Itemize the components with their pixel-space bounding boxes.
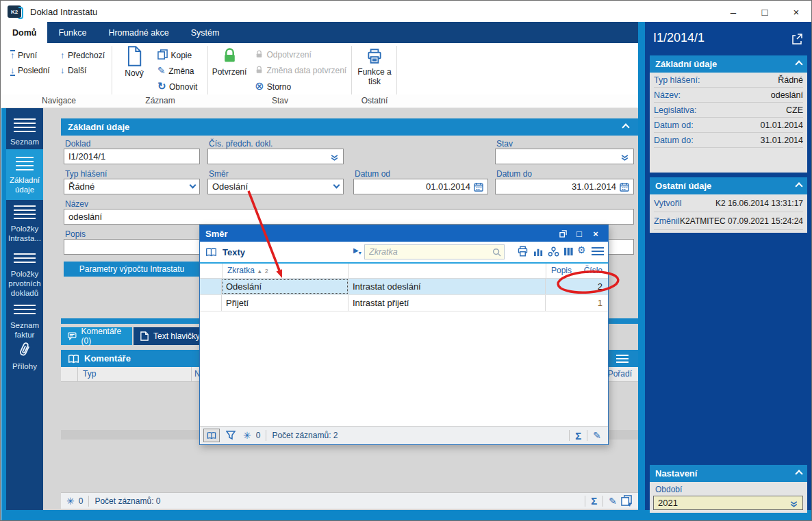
sum-icon[interactable]: Σ <box>575 430 581 442</box>
popup-table-header: Zkratka ▲ 2 Popis Číslo <box>200 264 608 279</box>
tab-system[interactable]: Systém <box>180 22 231 43</box>
intrastat-params-button[interactable]: Parametry výpočtu Intrastatu <box>64 262 200 277</box>
info-row: VytvořilK2 16.06.2014 13:31:17 <box>654 194 803 212</box>
menu-icon[interactable] <box>592 247 604 256</box>
filter-icon[interactable] <box>226 431 236 440</box>
previous-button[interactable]: ↑ Předchozí <box>60 49 105 61</box>
maximize-button[interactable]: □ <box>749 1 781 22</box>
minimize-icon: – <box>731 6 736 18</box>
record-title: I1/2014/1 <box>653 31 705 45</box>
title-bar[interactable]: K2 Doklad Intrastatu – □ × <box>1 1 812 22</box>
sidebar-item-polozky-intrastatu[interactable]: Položky Intrasta... <box>6 200 43 249</box>
confirm-button[interactable]: Potvrzení <box>210 47 249 77</box>
sidebar-item-zakladni-udaje[interactable]: Základní údaje <box>6 149 43 200</box>
calendar-icon[interactable] <box>620 182 629 192</box>
menu-icon[interactable] <box>616 355 629 363</box>
table-row[interactable]: Odeslání Intrastat odeslání 2 <box>200 279 608 295</box>
basic-section-body: Typ hlášení:Řádné Název:odeslání Legisla… <box>650 73 807 173</box>
col-typ[interactable]: Typ <box>83 369 96 379</box>
col-poradi[interactable]: Pořadí <box>608 369 632 379</box>
sidebar-item-prilohy[interactable]: Přílohy <box>6 338 43 376</box>
k2-logo-icon: K2 <box>8 5 21 18</box>
edit-icon[interactable]: ✎ <box>593 430 601 441</box>
copy-add-icon[interactable] <box>621 495 633 507</box>
view-name[interactable]: Texty <box>223 247 245 257</box>
datum-do-label: Datum do <box>496 169 532 179</box>
table-row[interactable]: Přijetí Intrastat přijetí 1 <box>200 295 608 312</box>
chevron-down-icon[interactable] <box>334 186 339 188</box>
last-icon: ↓ <box>10 66 15 76</box>
list-icon <box>14 253 36 264</box>
lookup-chevrons-icon[interactable] <box>789 499 798 507</box>
form-header: Základní údaje <box>61 118 638 136</box>
columns-icon[interactable] <box>563 246 574 257</box>
search-input[interactable] <box>368 246 492 257</box>
last-button[interactable]: ↓ Poslední <box>10 64 50 76</box>
popup-title-bar[interactable]: Směr □ × <box>200 225 608 242</box>
other-section-body: VytvořilK2 16.06.2014 13:31:17 ZměnilK2A… <box>650 194 807 233</box>
minimize-button[interactable]: – <box>718 1 749 22</box>
book-view-button[interactable] <box>203 429 220 442</box>
chevron-down-icon[interactable] <box>190 186 195 188</box>
cis-predch-field[interactable] <box>207 149 344 164</box>
sidebar-item-polozky-prvotnich-dokladu[interactable]: Položky prvotních dokladů <box>6 249 43 300</box>
group-zaznam: Záznam <box>126 96 194 105</box>
doklad-label: Doklad <box>65 139 90 149</box>
tab-domu[interactable]: Domů <box>1 22 47 43</box>
cancel-button[interactable]: ⊗ Storno <box>255 79 291 92</box>
search-icon[interactable] <box>492 248 501 257</box>
panel-splitter[interactable] <box>638 22 645 510</box>
first-button[interactable]: ↑ První <box>10 49 37 61</box>
document-icon <box>140 331 149 341</box>
close-button[interactable]: × <box>781 1 812 22</box>
frozen-rows-icon[interactable]: ✳ <box>66 496 75 507</box>
workflow-icon[interactable] <box>548 246 559 257</box>
collapse-section-icon[interactable] <box>795 60 802 68</box>
lookup-chevrons-icon[interactable] <box>330 153 339 161</box>
play-icon[interactable]: ▶▾ <box>353 246 361 256</box>
collapse-section-icon[interactable] <box>622 123 629 131</box>
datum-od-field[interactable]: 01.01.2014 <box>353 179 488 194</box>
frozen-count: 0 <box>256 431 261 440</box>
info-row: Legislativa:CZE <box>654 103 803 118</box>
popis-label: Popis <box>65 229 86 239</box>
popup-close-button[interactable]: × <box>589 227 602 240</box>
sum-icon[interactable]: Σ <box>591 495 597 507</box>
change-button[interactable]: ✎ Změna <box>157 64 194 77</box>
functions-print-button[interactable]: Funkce a tisk <box>355 47 394 86</box>
gear-icon[interactable]: ⚙ <box>577 244 586 255</box>
col-zkratka[interactable]: Zkratka ▲ 2 <box>227 266 268 275</box>
chart-icon[interactable] <box>533 246 544 257</box>
group-navigace: Navigace <box>25 96 93 105</box>
storno-icon: ⊗ <box>255 80 264 92</box>
lock-icon <box>221 47 238 65</box>
edit-icon[interactable]: ✎ <box>609 496 617 507</box>
next-button[interactable]: ↓ Další <box>60 64 86 76</box>
lookup-chevrons-icon[interactable] <box>620 153 629 161</box>
datum-do-field[interactable]: 31.01.2014 <box>495 179 634 194</box>
refresh-button[interactable]: ↻ Obnovit <box>157 80 197 92</box>
col-popis[interactable]: Popis <box>551 266 572 275</box>
calendar-icon[interactable] <box>474 182 483 192</box>
new-button[interactable]: Nový <box>118 46 151 78</box>
popup-maximize-button[interactable]: □ <box>572 227 586 240</box>
doklad-field[interactable]: I1/2014/1 <box>64 149 200 164</box>
smer-combo[interactable]: Odeslání <box>207 179 344 194</box>
copy-button[interactable]: Kopie <box>157 49 192 61</box>
typ-hlaseni-combo[interactable]: Řádné <box>64 179 200 194</box>
nazev-field[interactable]: odeslání <box>64 209 634 225</box>
tab-komentare[interactable]: Komentáře (0) <box>61 327 132 345</box>
tab-funkce[interactable]: Funkce <box>47 22 97 43</box>
open-external-icon[interactable] <box>791 34 802 45</box>
print-icon[interactable] <box>516 245 529 257</box>
col-cislo[interactable]: Číslo <box>584 266 602 275</box>
collapse-section-icon[interactable] <box>795 182 802 190</box>
stav-field[interactable] <box>495 149 634 164</box>
sidebar-item-seznam-faktur[interactable]: Seznam faktur <box>6 300 43 338</box>
sidebar-item-seznam[interactable]: Seznam <box>6 112 43 149</box>
frozen-rows-icon[interactable]: ✳ <box>243 430 251 441</box>
restore-button[interactable] <box>556 227 570 240</box>
collapse-section-icon[interactable] <box>795 470 802 477</box>
period-field[interactable]: 2021 <box>653 496 803 510</box>
tab-hromadne-akce[interactable]: Hromadné akce <box>97 22 179 43</box>
